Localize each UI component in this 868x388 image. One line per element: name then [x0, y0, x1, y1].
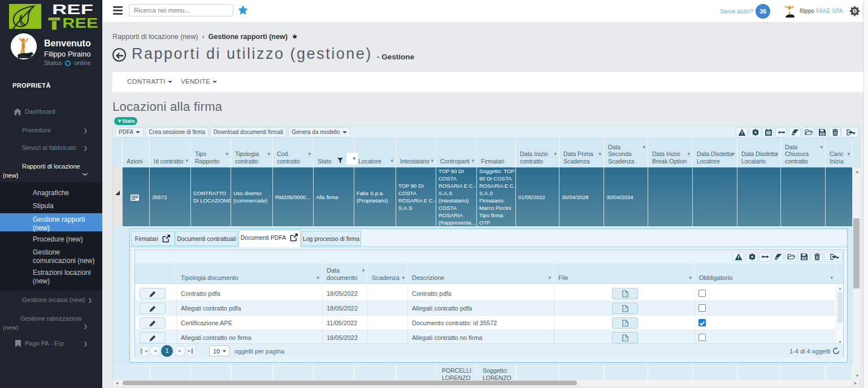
svg-text:REE: REE: [62, 15, 98, 31]
